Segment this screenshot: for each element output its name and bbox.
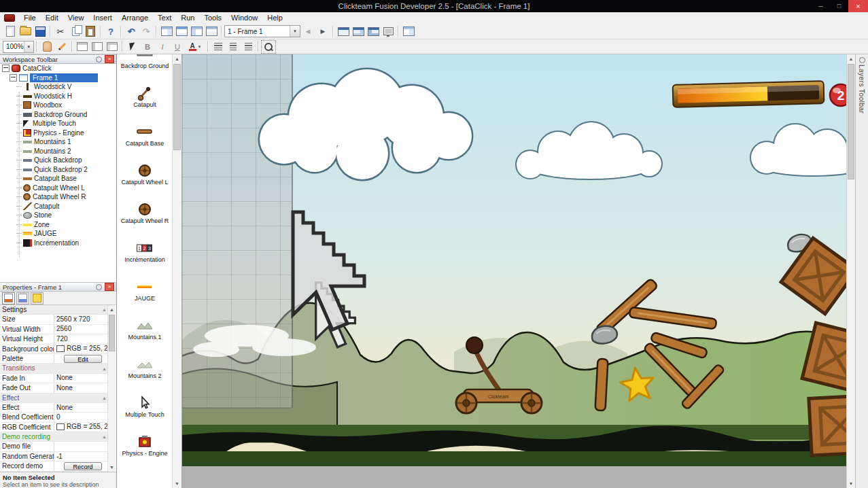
- redo-button[interactable]: ↷: [139, 24, 154, 38]
- scroll-down-icon[interactable]: ▼: [847, 479, 855, 488]
- frame-scene[interactable]: 2: [182, 54, 846, 488]
- stop-button[interactable]: [381, 24, 396, 38]
- select-tool-button[interactable]: [125, 40, 140, 54]
- run-frame-button[interactable]: [351, 24, 366, 38]
- minimize-button[interactable]: ─: [812, 0, 830, 12]
- italic-button[interactable]: I: [155, 40, 170, 54]
- tree-item-physics-engine[interactable]: Physics - Engine: [0, 128, 116, 138]
- hand-tool-button[interactable]: [39, 40, 54, 54]
- counter-ball[interactable]: 2: [830, 84, 846, 106]
- menu-view[interactable]: View: [63, 12, 89, 24]
- gauge-bar[interactable]: [673, 81, 824, 107]
- run-project-button[interactable]: [366, 24, 381, 38]
- scrollbar-thumb[interactable]: [109, 315, 115, 351]
- tree-item-multiple-touch[interactable]: Multiple Touch: [0, 119, 116, 128]
- scrollbar-thumb[interactable]: [173, 64, 181, 150]
- tree-item-zone[interactable]: Zone: [0, 220, 116, 230]
- font-color-button[interactable]: A ▼: [185, 40, 205, 54]
- object-item-mountains-1[interactable]: Mountains 1: [117, 315, 173, 353]
- menu-edit[interactable]: Edit: [41, 12, 63, 24]
- storyboard-editor-button[interactable]: [159, 24, 174, 38]
- object-item-catapult[interactable]: Catapult: [117, 82, 173, 121]
- run-application-button[interactable]: [336, 24, 351, 38]
- build-button[interactable]: [401, 24, 416, 38]
- cut-button[interactable]: ✂: [53, 24, 68, 38]
- tree-item-catapult-base[interactable]: Catapult Base: [0, 174, 116, 184]
- tree-item-jauge[interactable]: JAUGE: [0, 229, 116, 239]
- chevron-down-icon[interactable]: ▼: [290, 26, 300, 37]
- open-file-button[interactable]: [18, 24, 33, 38]
- event-editor-button[interactable]: [189, 24, 204, 38]
- tree-item-catapult-wheel-l[interactable]: Catapult Wheel L: [0, 184, 116, 193]
- tree-item-mountains-2[interactable]: Mountains 2: [0, 147, 116, 156]
- color-swatch[interactable]: [56, 423, 65, 430]
- frame-selector[interactable]: 1 - Frame 1 ▼: [224, 25, 300, 37]
- object-item-catapult-wheel-l[interactable]: Catapult Wheel L: [117, 160, 173, 198]
- underline-button[interactable]: U: [170, 40, 185, 54]
- scroll-down-icon[interactable]: ▼: [108, 463, 116, 472]
- tree-item-mountains-1[interactable]: Mountains 1: [0, 137, 116, 147]
- maximize-button[interactable]: □: [830, 0, 848, 12]
- view-mode-3-button[interactable]: [105, 40, 120, 54]
- menu-window[interactable]: Window: [226, 12, 262, 24]
- align-right-button[interactable]: [241, 40, 256, 54]
- menu-arrange[interactable]: Arrange: [117, 12, 153, 24]
- event-list-editor-button[interactable]: [204, 24, 219, 38]
- scroll-up-icon[interactable]: ▲: [847, 54, 855, 63]
- ground-band[interactable]: [182, 451, 846, 467]
- menu-tools[interactable]: Tools: [199, 12, 226, 24]
- collapse-box-icon[interactable]: [2, 65, 10, 72]
- tree-item-woodbox[interactable]: Woodbox: [0, 101, 116, 110]
- catapult-wheel-right[interactable]: [521, 393, 542, 413]
- collapse-box-icon[interactable]: [10, 74, 17, 82]
- tree-item-catapult[interactable]: Catapult: [0, 202, 116, 211]
- tree-item-catapult-wheel-r[interactable]: Catapult Wheel R: [0, 192, 116, 202]
- object-item-backdrop-ground[interactable]: Backdrop Ground: [117, 54, 173, 82]
- next-frame-button[interactable]: ▶: [315, 24, 330, 38]
- tree-item-project[interactable]: CataClick: [0, 64, 116, 73]
- tree-item-incrementation[interactable]: Incrémentation: [0, 239, 116, 248]
- view-mode-1-button[interactable]: [75, 40, 90, 54]
- color-picker-button[interactable]: [54, 40, 69, 54]
- pin-icon[interactable]: [96, 284, 102, 290]
- align-left-button[interactable]: [211, 40, 226, 54]
- tree-item-woodstick-v[interactable]: Woodstick V: [0, 82, 116, 92]
- save-button[interactable]: [33, 24, 48, 38]
- app-icon[interactable]: [4, 14, 15, 22]
- menu-file[interactable]: File: [19, 12, 41, 24]
- tree-item-backdrop-ground[interactable]: Backdrop Ground: [0, 110, 116, 120]
- menu-run[interactable]: Run: [176, 12, 199, 24]
- object-item-catapult-base[interactable]: Catapult Base: [117, 121, 173, 160]
- record-demo-button[interactable]: Record: [64, 462, 102, 470]
- palette-edit-button[interactable]: Edit: [64, 355, 102, 363]
- undo-button[interactable]: ↶: [124, 24, 139, 38]
- frame-editor-canvas[interactable]: 2: [182, 54, 846, 488]
- view-mode-2-button[interactable]: [90, 40, 105, 54]
- scroll-down-icon[interactable]: ▼: [173, 479, 181, 488]
- catapult-wheel-left[interactable]: [456, 393, 476, 413]
- close-panel-button[interactable]: ×: [105, 55, 114, 63]
- close-button[interactable]: ×: [848, 0, 868, 12]
- color-swatch[interactable]: [56, 345, 65, 352]
- zoom-selector[interactable]: 100% ▼: [3, 41, 34, 53]
- menu-help[interactable]: Help: [262, 12, 288, 24]
- tree-item-woodstick-h[interactable]: Woodstick H: [0, 92, 116, 101]
- object-item-physics-engine[interactable]: Physics - Engine: [117, 431, 173, 470]
- align-center-button[interactable]: [226, 40, 241, 54]
- scroll-up-icon[interactable]: ▲: [108, 305, 116, 314]
- pin-icon[interactable]: [96, 56, 102, 63]
- menu-text[interactable]: Text: [153, 12, 176, 24]
- close-panel-button[interactable]: ×: [105, 283, 114, 291]
- object-item-multiple-touch[interactable]: Multiple Touch: [117, 392, 173, 431]
- canvas-vertical-scrollbar[interactable]: ▲ ▼: [846, 54, 855, 488]
- prop-section-demo-recording[interactable]: Demo recording ▲: [0, 432, 109, 442]
- bold-button[interactable]: B: [140, 40, 155, 54]
- tree-item-quick-backdrop-2[interactable]: Quick Backdrop 2: [0, 165, 116, 175]
- crate[interactable]: [809, 396, 846, 455]
- properties-tab-about[interactable]: [31, 292, 44, 304]
- prop-section-effect[interactable]: Effect ▲: [0, 394, 109, 403]
- objects-scrollbar[interactable]: ▲ ▼: [172, 54, 181, 488]
- tree-item-quick-backdrop[interactable]: Quick Backdrop: [0, 156, 116, 165]
- frame-editor-button[interactable]: [174, 24, 189, 38]
- scroll-up-icon[interactable]: ▲: [173, 54, 181, 63]
